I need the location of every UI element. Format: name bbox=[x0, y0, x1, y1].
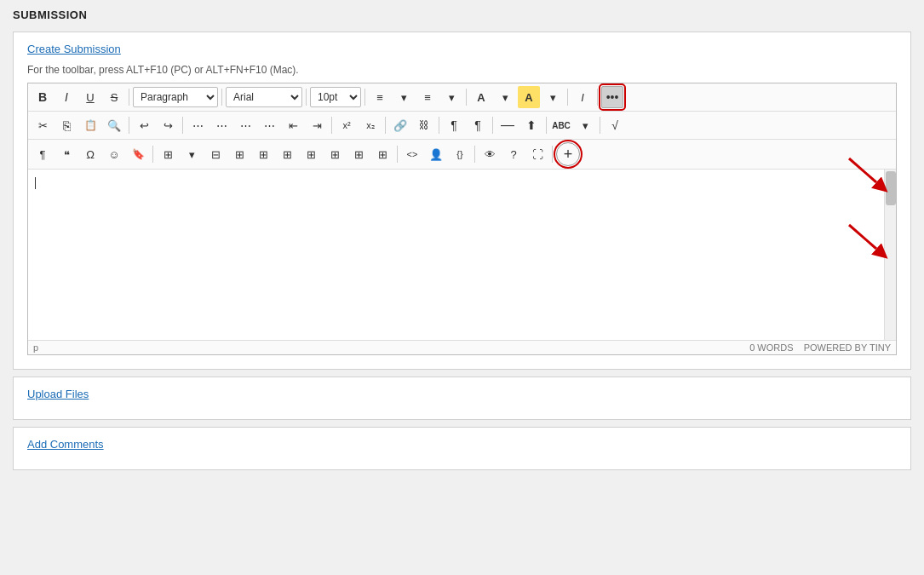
subscript-button[interactable]: x₂ bbox=[359, 114, 382, 136]
justify-button[interactable]: ⋯ bbox=[258, 114, 280, 136]
emoji-button[interactable]: ☺ bbox=[103, 143, 125, 165]
sep9 bbox=[182, 117, 183, 134]
copy-button[interactable]: ⎘ bbox=[55, 114, 77, 136]
font-select[interactable]: Arial Times New Roman Courier New bbox=[226, 87, 302, 107]
sep16 bbox=[152, 146, 153, 163]
add-button[interactable]: + bbox=[556, 142, 580, 166]
paragraph-select[interactable]: Paragraph Heading 1 Heading 2 bbox=[133, 87, 218, 107]
table-insert-col-button[interactable]: ⊞ bbox=[252, 143, 274, 165]
find-button[interactable]: 🔍 bbox=[103, 114, 125, 136]
table-dropdown[interactable]: ▾ bbox=[181, 143, 203, 165]
highlight-button[interactable]: A bbox=[518, 86, 540, 108]
special-char-button[interactable]: Ω bbox=[79, 143, 101, 165]
more-button[interactable]: ••• bbox=[601, 86, 623, 108]
sqrt-button[interactable]: √ bbox=[604, 114, 626, 136]
fullscreen-button[interactable]: ⛶ bbox=[526, 143, 548, 165]
blockquote-button[interactable]: ❝ bbox=[55, 143, 77, 165]
sep8 bbox=[129, 117, 129, 134]
preview-button[interactable]: 👁 bbox=[479, 143, 501, 165]
powered-by: POWERED BY TINY bbox=[804, 342, 891, 353]
create-submission-section: Create Submission For the toolbar, press… bbox=[13, 32, 911, 370]
ordered-list-button[interactable]: ≡ bbox=[416, 86, 439, 108]
table-split1-button[interactable]: ⊞ bbox=[276, 143, 298, 165]
bold-button[interactable]: B bbox=[32, 86, 54, 108]
upload-files-link[interactable]: Upload Files bbox=[27, 388, 89, 400]
size-select[interactable]: 10pt 8pt 12pt 14pt bbox=[310, 87, 361, 107]
dropdown-ordered-button[interactable]: ▾ bbox=[440, 86, 462, 108]
show-blocks-button[interactable]: ¶ bbox=[443, 114, 465, 136]
font-select-wrapper: Arial Times New Roman Courier New bbox=[226, 87, 302, 107]
undo-button[interactable]: ↩ bbox=[133, 114, 155, 136]
nonbreaking-button[interactable]: ¶ bbox=[467, 114, 489, 136]
anchor-button[interactable]: 🔖 bbox=[127, 143, 149, 165]
status-tag: p bbox=[33, 342, 38, 353]
table-button[interactable]: ⊞ bbox=[157, 143, 179, 165]
sep7 bbox=[597, 89, 598, 106]
sep6 bbox=[567, 89, 568, 106]
toolbar-row-1: B I U S Paragraph Heading 1 Heading 2 Ar… bbox=[28, 83, 896, 112]
unlink-button[interactable]: ⛓ bbox=[413, 114, 435, 136]
table-split4-button[interactable]: ⊞ bbox=[371, 143, 393, 165]
link-button[interactable]: 🔗 bbox=[389, 114, 411, 136]
table-split3-button[interactable]: ⊞ bbox=[347, 143, 370, 165]
sep14 bbox=[546, 117, 547, 134]
template-button[interactable]: {} bbox=[449, 143, 471, 165]
spellcheck-dropdown[interactable]: ▾ bbox=[574, 114, 596, 136]
table-del-button[interactable]: ⊟ bbox=[204, 143, 227, 165]
page-wrapper: SUBMISSION Create Submission For the too… bbox=[0, 0, 924, 575]
code-button[interactable]: <> bbox=[401, 143, 423, 165]
align-right-button[interactable]: ⋯ bbox=[234, 114, 256, 136]
indent-more-button[interactable]: ⇥ bbox=[306, 114, 328, 136]
italic-toolbar-button[interactable]: I bbox=[571, 86, 594, 108]
editor-content[interactable] bbox=[28, 170, 896, 340]
unordered-list-button[interactable]: ≡ bbox=[369, 86, 391, 108]
sep10 bbox=[331, 117, 332, 134]
more-icon: ••• bbox=[606, 90, 619, 104]
toolbar-row-3: ¶ ❝ Ω ☺ 🔖 ⊞ ▾ ⊟ ⊞ ⊞ ⊞ ⊞ ⊞ ⊞ ⊞ <> 👤 {} bbox=[28, 140, 896, 170]
sep1 bbox=[129, 89, 129, 106]
add-comments-section: Add Comments bbox=[13, 427, 911, 470]
insert-button[interactable]: ⬆ bbox=[520, 114, 542, 136]
scrollbar-track[interactable] bbox=[884, 170, 896, 340]
editor-cursor bbox=[35, 177, 36, 189]
table-split2-button[interactable]: ⊞ bbox=[300, 143, 322, 165]
dropdown-unordered-button[interactable]: ▾ bbox=[393, 86, 415, 108]
font-color-dropdown[interactable]: ▾ bbox=[494, 86, 516, 108]
italic-button[interactable]: I bbox=[55, 86, 77, 108]
scrollbar-thumb[interactable] bbox=[886, 171, 896, 205]
highlight-dropdown[interactable]: ▾ bbox=[542, 86, 564, 108]
redo-button[interactable]: ↪ bbox=[157, 114, 179, 136]
indent-less-button[interactable]: ⇤ bbox=[282, 114, 304, 136]
toolbar-row-2: ✂ ⎘ 📋 🔍 ↩ ↪ ⋯ ⋯ ⋯ ⋯ ⇤ ⇥ x² x₂ 🔗 ⛓ bbox=[28, 112, 896, 140]
sep4 bbox=[364, 89, 365, 106]
sep3 bbox=[306, 89, 307, 106]
sep12 bbox=[439, 117, 439, 134]
sep19 bbox=[552, 146, 553, 163]
help-button[interactable]: ? bbox=[502, 143, 525, 165]
editor-wrapper: B I U S Paragraph Heading 1 Heading 2 Ar… bbox=[27, 83, 897, 355]
sep11 bbox=[385, 117, 386, 134]
sep17 bbox=[397, 146, 398, 163]
font-color-button[interactable]: A bbox=[470, 86, 492, 108]
word-count: 0 WORDS bbox=[749, 342, 793, 353]
sep18 bbox=[474, 146, 475, 163]
spellcheck-button[interactable]: ABC bbox=[550, 114, 572, 136]
table-merge-button[interactable]: ⊞ bbox=[324, 143, 346, 165]
upload-files-section: Upload Files bbox=[13, 377, 911, 420]
align-left-button[interactable]: ⋯ bbox=[187, 114, 209, 136]
underline-button[interactable]: U bbox=[79, 86, 101, 108]
sep15 bbox=[600, 117, 600, 134]
table-insert-row-button[interactable]: ⊞ bbox=[228, 143, 250, 165]
strikethrough-button[interactable]: S bbox=[103, 86, 125, 108]
hr-button[interactable]: — bbox=[496, 114, 519, 136]
align-center-button[interactable]: ⋯ bbox=[210, 114, 232, 136]
paragraph-select-wrapper: Paragraph Heading 1 Heading 2 bbox=[133, 87, 218, 107]
person-button[interactable]: 👤 bbox=[425, 143, 447, 165]
sep2 bbox=[221, 89, 222, 106]
paste-button[interactable]: 📋 bbox=[79, 114, 101, 136]
pilcrow-button[interactable]: ¶ bbox=[32, 143, 54, 165]
superscript-button[interactable]: x² bbox=[336, 114, 358, 136]
add-comments-link[interactable]: Add Comments bbox=[27, 438, 104, 451]
cut-button[interactable]: ✂ bbox=[32, 114, 54, 136]
create-submission-link[interactable]: Create Submission bbox=[27, 43, 121, 55]
